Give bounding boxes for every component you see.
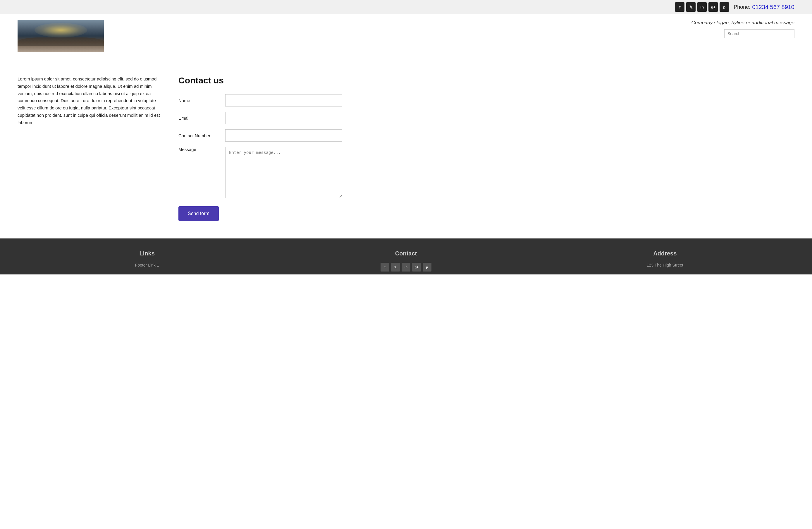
email-row: Email <box>178 112 342 124</box>
footer-address-title: Address <box>541 250 788 257</box>
header: Company slogan, byline or additional mes… <box>0 14 812 55</box>
company-slogan: Company slogan, byline or additional mes… <box>692 20 795 26</box>
email-label: Email <box>178 116 225 120</box>
footer-address-line1: 123 The High Street <box>541 263 788 268</box>
footer-contact-col: Contact f 𝕏 in g+ p <box>276 250 535 274</box>
pinterest-icon[interactable]: p <box>720 2 729 12</box>
contact-form-section: Contact us Name Email Contact Number Mes… <box>178 75 342 221</box>
name-input[interactable] <box>225 94 342 106</box>
footer-facebook-icon[interactable]: f <box>380 263 389 272</box>
main-content: Lorem ipsum dolor sit amet, consectetur … <box>0 64 812 239</box>
message-row: Message <box>178 147 342 198</box>
footer-link-1[interactable]: Footer Link 1 <box>24 263 271 268</box>
footer-social-icons: f 𝕏 in g+ p <box>282 263 530 272</box>
phone-label: Phone: <box>734 4 750 10</box>
send-form-button[interactable]: Send form <box>178 206 219 221</box>
footer-pinterest-icon[interactable]: p <box>423 263 432 272</box>
message-label: Message <box>178 147 225 152</box>
phone-section: Phone: 01234 567 8910 <box>734 4 795 11</box>
contact-number-input[interactable] <box>225 129 342 142</box>
nav-spacer <box>0 55 812 64</box>
footer-links-col: Links Footer Link 1 <box>17 250 276 274</box>
top-bar: f 𝕏 in g+ p Phone: 01234 567 8910 <box>0 0 812 14</box>
message-textarea[interactable] <box>225 147 342 198</box>
twitter-icon[interactable]: 𝕏 <box>686 2 696 12</box>
linkedin-icon[interactable]: in <box>697 2 707 12</box>
header-right: Company slogan, byline or additional mes… <box>692 20 795 38</box>
footer-googleplus-icon[interactable]: g+ <box>412 263 421 272</box>
facebook-icon[interactable]: f <box>675 2 684 12</box>
social-icons-group: f 𝕏 in g+ p <box>675 2 729 12</box>
footer-grid: Links Footer Link 1 Contact f 𝕏 in g+ p … <box>17 250 795 274</box>
left-column: Lorem ipsum dolor sit amet, consectetur … <box>17 75 161 221</box>
contact-number-row: Contact Number <box>178 129 342 142</box>
footer-twitter-icon[interactable]: 𝕏 <box>391 263 400 272</box>
contact-number-label: Contact Number <box>178 133 225 138</box>
name-row: Name <box>178 94 342 106</box>
contact-title: Contact us <box>178 75 342 85</box>
search-input[interactable] <box>724 29 795 38</box>
body-text: Lorem ipsum dolor sit amet, consectetur … <box>17 75 161 126</box>
logo-image <box>17 20 104 52</box>
footer-linkedin-icon[interactable]: in <box>402 263 410 272</box>
email-input[interactable] <box>225 112 342 124</box>
footer-address-col: Address 123 The High Street <box>536 250 795 274</box>
googleplus-icon[interactable]: g+ <box>708 2 718 12</box>
name-label: Name <box>178 98 225 103</box>
footer-contact-title: Contact <box>282 250 530 257</box>
phone-number[interactable]: 01234 567 8910 <box>752 4 795 11</box>
footer: Links Footer Link 1 Contact f 𝕏 in g+ p … <box>0 239 812 274</box>
footer-links-title: Links <box>24 250 271 257</box>
